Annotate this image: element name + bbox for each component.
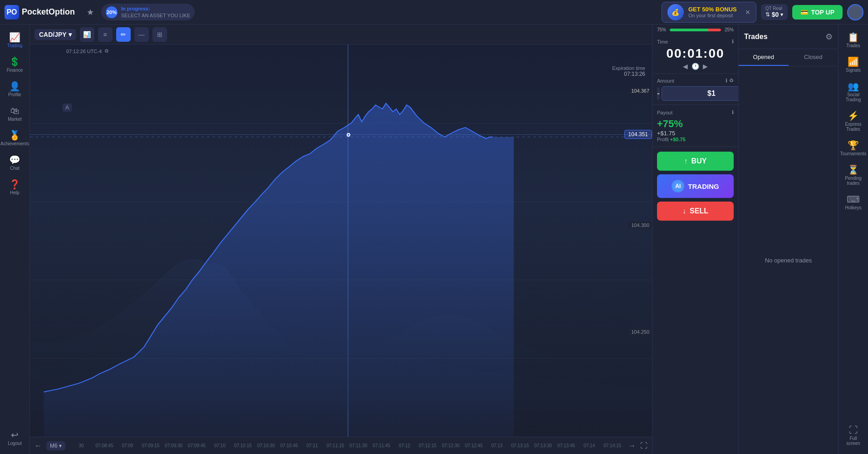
chart-annotation-a: A [63, 104, 72, 112]
sidebar-item-tournaments[interactable]: 🏆 Tournaments [841, 137, 866, 160]
chart-area: CAD/JPY ▾ 📊 ≡ ✏ — ⊞ [30, 25, 652, 454]
price-mid-label: 104.300 [628, 222, 652, 229]
grid-button[interactable]: ⊞ [152, 27, 167, 42]
time-info-icon[interactable]: ℹ [732, 39, 734, 44]
asset-dropdown-icon: ▾ [69, 31, 72, 38]
profile-icon: 👤 [9, 82, 20, 91]
avatar[interactable] [847, 4, 863, 20]
asset-selector[interactable]: CAD/JPY ▾ [34, 29, 76, 40]
time-label-18: 07:12:45 [462, 443, 485, 448]
sidebar-item-hotkeys[interactable]: ⌨ Hotkeys [841, 191, 866, 214]
time-label-9: 07:10:30 [255, 443, 278, 448]
sidebar-item-trades[interactable]: 📋 Trades [841, 29, 866, 52]
price-horizontal-line [30, 134, 652, 135]
timeframe-selector[interactable]: M6 ▾ [46, 441, 65, 450]
right-arrow[interactable]: → [628, 442, 636, 450]
left-sidebar: 📈 Trading 💲 Finance 👤 Profile 🛍 Market 🏅… [0, 25, 30, 454]
sidebar-item-pending-trades[interactable]: ⏳ Pending trades [841, 162, 866, 189]
sidebar-label-finance: Finance [7, 68, 23, 73]
line-button[interactable]: — [134, 27, 149, 42]
sidebar-label-hotkeys: Hotkeys [845, 205, 861, 210]
top-up-button[interactable]: 💳 TOP UP [792, 5, 843, 20]
trades-settings-icon[interactable]: ⚙ [825, 32, 833, 42]
sell-button[interactable]: ↓ SELL [657, 202, 734, 221]
sidebar-item-finance[interactable]: 💲 Finance [2, 54, 28, 76]
time-prev-icon[interactable]: ◀ [683, 63, 688, 70]
progress-green [670, 29, 708, 31]
sidebar-label-fullscreen: Full screen [843, 436, 864, 446]
left-arrow[interactable]: ← [34, 442, 42, 450]
payout-section: Payout ℹ +75% +$1.75 Profit +$0.75 [652, 105, 738, 147]
sidebar-item-profile[interactable]: 👤 Profile [2, 78, 28, 101]
time-label-13: 07:11:30 [347, 443, 370, 448]
favorite-button[interactable]: ★ [84, 6, 97, 19]
chat-icon: 💬 [9, 155, 20, 164]
time-label-3: 07:09 [116, 443, 139, 448]
chart-bottom-bar: ← M6 ▾ 30 07:08:45 07:09 07:09:15 07:09:… [30, 437, 652, 454]
time-label-16: 07:12:15 [416, 443, 439, 448]
grid-icon: ⊞ [157, 31, 162, 38]
indicators-icon: ≡ [103, 31, 107, 38]
hotkeys-icon: ⌨ [847, 195, 860, 204]
sidebar-item-signals[interactable]: 📶 Signals [841, 54, 866, 76]
time-label-6: 07:09:45 [185, 443, 208, 448]
payout-info-icon[interactable]: ℹ [732, 109, 734, 115]
chart-main[interactable]: 07:12:26 UTC-4 ⚙ A 104.367 104.351 104.3… [30, 44, 652, 437]
sidebar-label-signals: Signals [846, 68, 861, 73]
ai-trading-button[interactable]: AI TRADING [657, 174, 734, 198]
sidebar-label-trades: Trades [846, 43, 860, 48]
draw-button[interactable]: ✏ [116, 27, 131, 42]
account-type: QT Real [765, 6, 784, 11]
bonus-subtitle: On your first deposit [688, 13, 737, 18]
indicators-button[interactable]: ≡ [98, 27, 113, 42]
tab-opened[interactable]: Opened [739, 49, 789, 66]
sidebar-item-achievements[interactable]: 🏅 Achievements [2, 127, 28, 150]
buy-button[interactable]: ↑ BUY [657, 152, 734, 171]
sidebar-item-chat[interactable]: 💬 Chat [2, 152, 28, 174]
payout-progress: 75% 25% [652, 25, 738, 35]
sidebar-item-social-trading[interactable]: 👥 Social Trading [841, 78, 866, 106]
help-icon: ❓ [9, 180, 20, 189]
amount-recycle-icon[interactable]: ♻ [729, 78, 734, 84]
time-label-5: 07:09:30 [162, 443, 185, 448]
profit-label: Profit [657, 137, 669, 142]
sidebar-label-express: Express Trades [843, 122, 864, 132]
trades-header: Trades ⚙ [739, 25, 838, 49]
time-next-icon[interactable]: ▶ [703, 63, 708, 70]
progress-red [708, 29, 721, 31]
time-axis: 30 07:08:45 07:09 07:09:15 07:09:30 07:0… [70, 443, 624, 448]
sidebar-item-market[interactable]: 🛍 Market [2, 103, 28, 125]
payout-label: Payout [657, 110, 672, 115]
time-section-label: Time [657, 39, 668, 44]
time-label-22: 07:13:45 [554, 443, 578, 448]
top-up-label: TOP UP [811, 9, 834, 16]
bonus-close-button[interactable]: ✕ [745, 9, 750, 16]
main-content: 📈 Trading 💲 Finance 👤 Profile 🛍 Market 🏅… [0, 25, 868, 454]
account-amount: $0 [772, 11, 779, 18]
account-selector[interactable]: QT Real ⇅ $0 ▾ [761, 4, 788, 20]
settings-icon[interactable]: ⚙ [104, 48, 109, 54]
sidebar-label-trading: Trading [7, 43, 23, 48]
chart-type-button[interactable]: 📊 [80, 27, 94, 42]
sidebar-item-help[interactable]: ❓ Help [2, 176, 28, 199]
bonus-banner[interactable]: 💰 GET 50% BONUS On your first deposit ✕ [662, 2, 756, 23]
sidebar-item-fullscreen[interactable]: ⛶ Full screen [841, 422, 866, 449]
amount-minus-button[interactable]: - [657, 87, 660, 100]
sidebar-item-logout[interactable]: ↩ Logout [2, 427, 28, 449]
top-up-icon: 💳 [800, 9, 808, 16]
sidebar-item-express-trades[interactable]: ⚡ Express Trades [841, 108, 866, 135]
logo[interactable]: PO PocketOption [5, 5, 75, 20]
current-price-dot [347, 133, 350, 137]
fullscreen-button[interactable]: ⛶ [640, 442, 647, 450]
tab-closed[interactable]: Closed [789, 49, 839, 66]
sidebar-label-profile: Profile [8, 92, 21, 97]
amount-label: Amount [657, 78, 674, 84]
profit-value: +$0.75 [670, 137, 686, 142]
amount-info-icon[interactable]: ℹ [726, 78, 727, 84]
time-label-8: 07:10:15 [231, 443, 255, 448]
price-chart-svg [30, 44, 652, 437]
sell-label: SELL [690, 207, 708, 215]
sidebar-item-trading[interactable]: 📈 Trading [2, 29, 28, 52]
sell-icon: ↓ [682, 207, 686, 215]
buy-icon: ↑ [684, 157, 688, 165]
